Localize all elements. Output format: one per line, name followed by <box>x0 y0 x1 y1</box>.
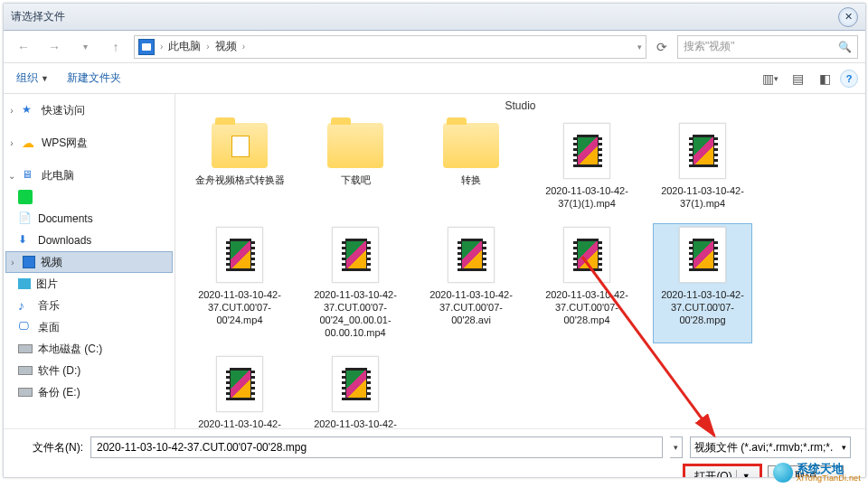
folder-icon <box>443 123 499 168</box>
sidebar-music[interactable]: ♪音乐 <box>5 295 173 316</box>
video-file-icon <box>563 227 610 283</box>
sidebar-item[interactable] <box>5 186 173 208</box>
search-input[interactable]: 搜索"视频" 🔍 <box>677 35 858 59</box>
navigation-bar: ← → ▾ ↑ › 此电脑 › 视频 › ▾ ⟳ 搜索"视频" 🔍 <box>4 31 865 63</box>
sidebar-drive-d[interactable]: 软件 (D:) <box>5 360 173 381</box>
open-button[interactable]: 打开(O)▼ <box>684 465 760 478</box>
file-label: 2020-11-03-10-42-37.CUT.00'07-00'28.vob <box>193 418 286 428</box>
toolbar: 组织▼ 新建文件夹 ▥ ▾ ▤ ◧ ? <box>4 63 865 94</box>
sidebar-quick-access[interactable]: ›★快速访问 <box>5 99 173 121</box>
file-item[interactable]: 2020-11-03-10-42-37(1)(1).mp4 <box>537 119 637 214</box>
view-details-button[interactable]: ▤ <box>786 69 809 89</box>
forward-button[interactable]: → <box>42 35 67 59</box>
filetype-select[interactable]: 视频文件 (*.avi;*.rmvb;*.rm;*.▾ <box>690 436 851 458</box>
sidebar-videos[interactable]: ›视频 <box>5 251 173 273</box>
search-placeholder: 搜索"视频" <box>684 39 735 54</box>
file-item[interactable]: 2020-11-03-10-42-37(1).mp4 <box>653 119 752 214</box>
file-item[interactable]: 2020-11-03-10-42-37.CUT.00'07-00'28.mpg <box>653 223 752 343</box>
file-item[interactable]: 2020-11-03-10-42-37.CUT.00'07-00'28.mp4 <box>537 223 637 343</box>
file-label: 2020-11-03-10-42-37.CUT.00'07-00'24.mp4 <box>193 288 286 327</box>
breadcrumb-dropdown[interactable]: ▾ <box>637 42 642 52</box>
file-item[interactable]: 2020-11-03-10-42-37.CUT.00'07-00'28.vob <box>190 352 289 428</box>
folder-icon <box>212 123 268 168</box>
group-header: Studio <box>175 98 865 114</box>
cancel-button[interactable]: 取消 <box>768 465 844 478</box>
sidebar-downloads[interactable]: ⬇Downloads <box>5 230 173 251</box>
video-file-icon <box>679 227 726 283</box>
filename-input[interactable] <box>90 436 663 458</box>
file-label: 下载吧 <box>341 174 371 186</box>
refresh-button[interactable]: ⟳ <box>652 35 672 59</box>
back-button[interactable]: ← <box>11 35 36 59</box>
file-label: 2020-11-03-10-42-37.CUT.00'07-00'28.mp4 <box>541 288 633 327</box>
sidebar-wps[interactable]: ›☁WPS网盘 <box>5 132 173 154</box>
file-label: 2020-11-03-10-42-37.CUT.00'07-00'28.avi <box>425 288 517 327</box>
video-folder-icon <box>138 39 155 55</box>
chevron-right-icon: › <box>206 42 209 52</box>
file-item[interactable]: 金舟视频格式转换器 <box>190 119 289 214</box>
file-label: 转换 <box>461 174 481 186</box>
file-label: 2020-11-03-10-42-37(1).mp4 <box>656 184 749 211</box>
file-label: 2020-11-03-10-42-37.CUT.00'07-00'28.mpg <box>656 288 749 327</box>
file-label: 2020-11-03-10-42-37.CUT.00'07-00'24_00.0… <box>309 288 401 340</box>
sidebar-pictures[interactable]: 图片 <box>5 273 173 295</box>
file-item[interactable]: 2020-11-03-10-42-37.CUT.00'07-00'24_00.0… <box>306 223 405 343</box>
chevron-right-icon: › <box>160 42 163 52</box>
video-file-icon <box>216 227 263 283</box>
sidebar-drive-c[interactable]: 本地磁盘 (C:) <box>5 338 173 360</box>
window-title: 请选择文件 <box>11 9 838 24</box>
video-file-icon <box>332 356 379 412</box>
file-dialog: 请选择文件 ✕ ← → ▾ ↑ › 此电脑 › 视频 › ▾ ⟳ 搜索"视频" … <box>3 3 866 478</box>
file-label: 2020-11-03-10-42-37(1)(1).mp4 <box>541 184 633 211</box>
sidebar: ›★快速访问 ›☁WPS网盘 ⌄🖥此电脑 📄Documents ⬇Downloa… <box>4 94 175 428</box>
file-item[interactable]: 2020-11-03-10-42-37.CUT.00'07-00'24.mp4 <box>190 223 289 343</box>
file-label: 2020-11-03-10-42-37.mp4 <box>309 418 401 428</box>
preview-pane-button[interactable]: ◧ <box>813 69 836 89</box>
file-list: Studio 金舟视频格式转换器下载吧转换2020-11-03-10-42-37… <box>175 94 865 428</box>
filename-label: 文件名(N): <box>18 440 83 455</box>
video-file-icon <box>216 356 263 412</box>
view-icons-button[interactable]: ▥ ▾ <box>759 69 782 89</box>
video-file-icon <box>448 227 495 283</box>
video-file-icon <box>332 227 379 283</box>
video-file-icon <box>563 123 610 179</box>
bottom-panel: 文件名(N): ▾ 视频文件 (*.avi;*.rmvb;*.rm;*.▾ 打开… <box>4 428 865 478</box>
up-button[interactable]: ↑ <box>103 35 128 59</box>
search-icon: 🔍 <box>838 41 852 53</box>
file-item[interactable]: 转换 <box>421 119 521 214</box>
file-item[interactable]: 2020-11-03-10-42-37.CUT.00'07-00'28.avi <box>421 223 521 343</box>
filename-history-dropdown[interactable]: ▾ <box>670 436 683 458</box>
new-folder-button[interactable]: 新建文件夹 <box>61 67 127 89</box>
history-dropdown[interactable]: ▾ <box>72 35 98 59</box>
breadcrumb-part[interactable]: 视频 <box>215 39 237 54</box>
titlebar: 请选择文件 ✕ <box>4 4 865 31</box>
breadcrumb-root[interactable]: 此电脑 <box>168 39 201 54</box>
file-item[interactable]: 下载吧 <box>306 119 405 214</box>
file-item[interactable]: 2020-11-03-10-42-37.mp4 <box>306 352 405 428</box>
help-button[interactable]: ? <box>840 70 858 88</box>
sidebar-this-pc[interactable]: ⌄🖥此电脑 <box>5 164 173 186</box>
close-button[interactable]: ✕ <box>838 7 858 27</box>
folder-icon <box>327 123 383 168</box>
organize-menu[interactable]: 组织▼ <box>11 67 54 89</box>
breadcrumb[interactable]: › 此电脑 › 视频 › ▾ <box>134 35 646 59</box>
chevron-right-icon: › <box>242 42 245 52</box>
sidebar-documents[interactable]: 📄Documents <box>5 208 173 230</box>
video-file-icon <box>679 123 726 179</box>
file-label: 金舟视频格式转换器 <box>195 174 285 186</box>
sidebar-drive-e[interactable]: 备份 (E:) <box>5 381 173 403</box>
body: ›★快速访问 ›☁WPS网盘 ⌄🖥此电脑 📄Documents ⬇Downloa… <box>4 94 865 428</box>
sidebar-desktop[interactable]: 🖵桌面 <box>5 316 173 338</box>
